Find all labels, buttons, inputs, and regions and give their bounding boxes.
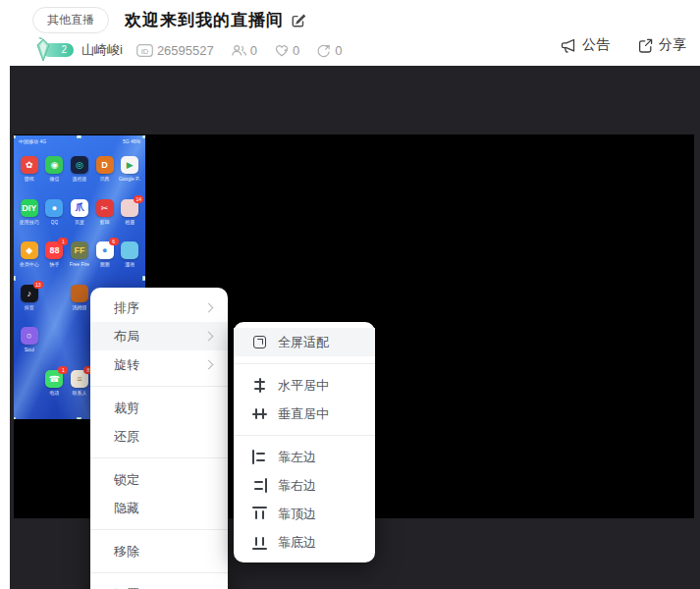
megaphone-icon xyxy=(560,37,577,54)
context-menu-item[interactable] xyxy=(90,386,228,387)
phone-app-label: 百度 xyxy=(75,219,84,225)
phone-app-icon: ≡ 8 xyxy=(71,370,88,388)
context-menu-item[interactable]: 旋转 xyxy=(90,350,228,379)
viewer-count-value: 0 xyxy=(250,43,257,58)
layout-submenu-item[interactable]: 全屏适配 xyxy=(234,328,375,356)
phone-app-icon: D xyxy=(96,156,114,174)
room-id-group: ID 26595527 xyxy=(136,43,214,58)
phone-app-label: 漫画 xyxy=(125,261,135,267)
layout-submenu-item[interactable]: 靠左边 xyxy=(234,443,375,471)
context-menu-item[interactable]: 布局 xyxy=(90,322,228,350)
avatar[interactable]: 2 xyxy=(32,37,78,63)
avatar-gem-icon xyxy=(32,36,54,63)
alignment-icon xyxy=(252,507,267,521)
selection-handle[interactable] xyxy=(14,276,16,281)
phone-app-label: Google P.. xyxy=(119,176,141,182)
layout-submenu-item[interactable]: 水平居中 xyxy=(234,371,375,400)
notification-badge: 1 xyxy=(58,366,68,374)
phone-app-icon: ○ xyxy=(21,327,38,345)
selection-handle[interactable] xyxy=(142,135,145,138)
context-menu-item[interactable]: 设置 xyxy=(90,580,228,589)
phone-app-label: 微信 xyxy=(49,176,59,182)
source-context-menu: 排序 布局 旋转 裁剪 还原 锁 xyxy=(90,288,228,589)
selection-handle[interactable] xyxy=(77,417,81,419)
phone-app-label: 联系人 xyxy=(72,390,86,396)
phone-app-label: 快手 xyxy=(49,261,59,267)
edit-title-icon[interactable] xyxy=(291,13,306,28)
context-menu-item[interactable] xyxy=(90,457,228,458)
context-menu-item[interactable]: 排序 xyxy=(90,294,228,322)
phone-app-icon: ♪ 13 xyxy=(21,285,38,302)
context-menu-item[interactable]: 还原 xyxy=(90,422,228,451)
phone-app-icon xyxy=(121,241,138,259)
phone-app-label: 相册 xyxy=(125,219,135,225)
announcement-button[interactable]: 公告 xyxy=(560,36,610,54)
share-icon xyxy=(637,37,654,54)
phone-app-icon: ☎ 1 xyxy=(45,370,63,388)
share-button[interactable]: 分享 xyxy=(637,36,686,54)
phone-app-icon: ✿ xyxy=(21,156,38,174)
phone-app-icon: ◉ xyxy=(45,156,63,174)
chevron-right-icon xyxy=(204,360,214,370)
header-actions: 公告 分享 xyxy=(560,36,686,54)
phone-app: 14 相册 xyxy=(117,199,142,242)
phone-app-icon: ◎ xyxy=(71,156,88,174)
like-count: 0 xyxy=(274,43,299,58)
layout-submenu-item[interactable]: 垂直居中 xyxy=(234,400,375,428)
selection-handle[interactable] xyxy=(77,135,81,138)
layout-submenu-item[interactable] xyxy=(234,435,375,436)
announcement-label: 公告 xyxy=(582,36,610,54)
phone-app-icon: FF xyxy=(71,241,88,259)
phone-app: ♪ 13 抖音 xyxy=(17,285,42,328)
other-live-button[interactable]: 其他直播 xyxy=(32,7,109,33)
context-menu-item[interactable]: 锁定 xyxy=(90,465,228,494)
like-count-value: 0 xyxy=(293,43,299,58)
layout-submenu-item[interactable]: 靠顶边 xyxy=(234,500,375,528)
selection-handle[interactable] xyxy=(14,135,16,138)
layout-submenu-item[interactable] xyxy=(234,363,375,364)
phone-app: ● 6 测测 xyxy=(92,241,118,285)
viewer-count: 0 xyxy=(231,43,257,58)
phone-app-label: 测测 xyxy=(100,261,110,267)
layout-submenu-item[interactable]: 靠右边 xyxy=(234,471,375,500)
context-menu-item[interactable]: 裁剪 xyxy=(90,394,228,422)
phone-app: D 贝典 xyxy=(92,156,118,199)
heart-icon xyxy=(274,43,290,58)
phone-app: ✿ 壁纸 xyxy=(17,156,42,199)
layout-submenu-item[interactable]: 靠底边 xyxy=(234,528,375,557)
phone-app: ◆ 会员中心 xyxy=(17,241,42,285)
phone-app: 88 1 快手 xyxy=(42,241,68,285)
phone-app-icon: 爪 xyxy=(71,199,88,217)
streamer-name: 山崎峻i xyxy=(81,41,123,59)
notification-badge: 14 xyxy=(134,195,143,203)
context-menu-item[interactable] xyxy=(90,529,228,530)
header: 其他直播 欢迎来到我的直播间 2 山崎峻i ID xyxy=(0,0,700,66)
context-menu-item[interactable]: 隐藏 xyxy=(90,494,228,522)
alignment-icon xyxy=(252,378,267,393)
alignment-icon xyxy=(252,450,267,464)
phone-app-label: 贝典 xyxy=(100,176,110,182)
alignment-icon xyxy=(252,535,267,550)
phone-app-label: 壁纸 xyxy=(25,176,34,182)
phone-app-label: Free Fire xyxy=(70,261,89,267)
phone-app: ● QQ xyxy=(42,199,68,242)
chevron-right-icon xyxy=(204,332,214,342)
phone-app: ✂ 剪辑 xyxy=(92,199,118,242)
phone-app: ◎ 遥控器 xyxy=(67,156,92,199)
phone-app: ◉ 微信 xyxy=(42,156,68,199)
header-top-row: 其他直播 欢迎来到我的直播间 xyxy=(0,0,700,33)
notification-badge: 13 xyxy=(33,281,43,289)
context-menu-item[interactable]: 移除 xyxy=(90,537,228,565)
context-menu-item[interactable] xyxy=(90,572,228,573)
phone-app-label: 汤姆猫 xyxy=(72,304,86,310)
selection-handle[interactable] xyxy=(14,417,16,419)
phone-app-label: 遥控器 xyxy=(72,176,86,182)
alignment-icon xyxy=(252,406,267,421)
selection-handle[interactable] xyxy=(142,276,145,281)
phone-app: 爪 百度 xyxy=(67,199,92,242)
phone-app-icon xyxy=(71,285,88,302)
svg-text:ID: ID xyxy=(141,46,149,55)
share-label: 分享 xyxy=(659,36,686,54)
phone-app-icon: ● xyxy=(45,199,63,217)
phone-app: ☎ 1 电话 xyxy=(42,370,68,413)
